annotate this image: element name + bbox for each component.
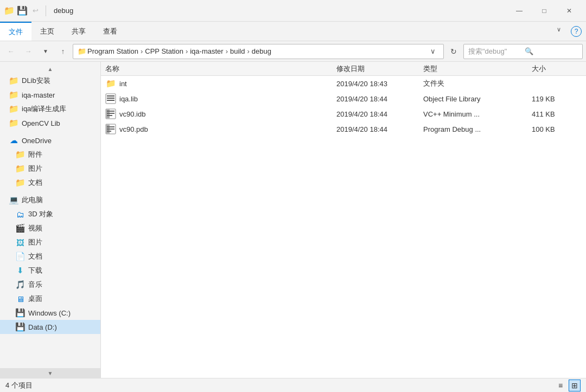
file-name-cell: 📁 int <box>103 78 334 89</box>
refresh-button[interactable]: ↻ <box>446 44 461 59</box>
svg-rect-2 <box>107 98 114 99</box>
address-dropdown-button[interactable]: ∨ <box>427 47 439 55</box>
search-bar[interactable]: 搜索"debug" 🔍 <box>463 44 583 59</box>
download-icon: ⬇ <box>15 266 25 275</box>
sidebar-item-attachments[interactable]: 📁 附件 <box>0 147 100 162</box>
sidebar-scroll-up[interactable]: ▲ <box>0 64 100 74</box>
folder-icon: 📁 <box>105 78 116 89</box>
svg-rect-8 <box>107 115 112 116</box>
sidebar-item-pictures2[interactable]: 🖼 图片 <box>0 235 100 249</box>
sidebar-item-desktop[interactable]: 🖥 桌面 <box>0 292 100 306</box>
breadcrumb-cpp-station[interactable]: CPP Station <box>145 47 183 55</box>
folder-icon: 📁 <box>9 76 18 86</box>
file-type-cell: Program Debug ... <box>421 125 530 133</box>
tab-view[interactable]: 查看 <box>94 22 126 41</box>
quick-access-icon: 📁 <box>4 6 14 16</box>
col-size[interactable]: 大小 <box>530 62 584 75</box>
sidebar-item-3dobjects[interactable]: 🗂 3D 对象 <box>0 207 100 221</box>
status-bar: 4 个项目 ≡ ⊞ <box>0 378 586 392</box>
sidebar-item-iqa-compiler[interactable]: 📁 iqa编译生成库 <box>0 102 100 116</box>
pdb-icon <box>105 124 116 134</box>
sidebar: ▲ 📁 DLib安装 📁 iqa-master 📁 iqa编译生成库 📁 Ope… <box>0 62 101 378</box>
sidebar-item-opencv[interactable]: 📁 OpenCV Lib <box>0 116 100 130</box>
ribbon-expand-button[interactable]: ∨ <box>551 22 566 37</box>
breadcrumb-build[interactable]: build <box>230 47 245 55</box>
folder-icon: 📁 <box>9 90 18 100</box>
onedrive-icon: ☁ <box>9 136 18 145</box>
svg-rect-13 <box>107 131 111 132</box>
address-bar[interactable]: 📁 Program Station › CPP Station › iqa-ma… <box>73 44 444 59</box>
sidebar-item-dlib[interactable]: 📁 DLib安装 <box>0 74 100 88</box>
file-modified-cell: 2019/4/20 18:44 <box>334 125 421 133</box>
sidebar-group-onedrive[interactable]: ☁ OneDrive <box>0 133 100 147</box>
folder-icon: 📁 <box>9 118 18 128</box>
table-row[interactable]: iqa.lib 2019/4/20 18:44 Object File Libr… <box>101 91 586 106</box>
tab-share[interactable]: 共享 <box>63 22 94 41</box>
lib-icon <box>105 93 116 104</box>
tab-file[interactable]: 文件 <box>0 22 31 41</box>
sidebar-group-thispc[interactable]: 💻 此电脑 <box>0 193 100 207</box>
folder-icon: 📁 <box>15 164 25 173</box>
sidebar-item-windows-c[interactable]: 💾 Windows (C:) <box>0 306 100 320</box>
separator <box>46 5 46 16</box>
file-size-cell: 100 KB <box>530 125 584 133</box>
file-size-cell: 119 KB <box>530 95 584 103</box>
svg-rect-11 <box>107 126 114 127</box>
file-name-cell: vc90.idb <box>103 108 334 119</box>
grid-view-button[interactable]: ⊞ <box>569 380 581 391</box>
minimize-button[interactable]: — <box>507 0 532 22</box>
tab-home[interactable]: 主页 <box>31 22 63 41</box>
sidebar-item-downloads[interactable]: ⬇ 下载 <box>0 264 100 278</box>
breadcrumb-iqa-master[interactable]: iqa-master <box>190 47 223 55</box>
col-modified[interactable]: 修改日期 <box>334 62 421 75</box>
back-button[interactable]: ← <box>3 44 18 59</box>
svg-rect-6 <box>107 111 114 112</box>
file-list: 📁 int 2019/4/20 18:43 文件夹 <box>101 76 586 378</box>
breadcrumb-program-station[interactable]: Program Station <box>87 47 138 55</box>
folder-icon: 📁 <box>9 104 18 114</box>
thispc-icon: 💻 <box>9 195 18 205</box>
ribbon: 文件 主页 共享 查看 ∨ ? <box>0 22 586 41</box>
file-name-cell: iqa.lib <box>103 93 334 104</box>
item-count: 4 个项目 <box>5 381 33 390</box>
desktop-icon: 🖥 <box>15 294 25 304</box>
pictures-icon: 🖼 <box>15 237 25 247</box>
details-view-button[interactable]: ≡ <box>555 380 566 391</box>
file-modified-cell: 2019/4/20 18:44 <box>334 110 421 118</box>
file-size-cell: 411 KB <box>530 110 584 118</box>
folder-icon: 📁 <box>78 47 86 55</box>
file-list-header: 名称 修改日期 类型 大小 <box>101 62 586 76</box>
undo-icon[interactable]: ↩ <box>30 6 40 16</box>
sidebar-item-docs2[interactable]: 📄 文档 <box>0 249 100 264</box>
sidebar-item-iqa-master[interactable]: 📁 iqa-master <box>0 88 100 102</box>
maximize-button[interactable]: □ <box>532 0 557 22</box>
file-type-cell: Object File Library <box>421 95 530 103</box>
help-button[interactable]: ? <box>571 26 582 37</box>
table-row[interactable]: 📁 int 2019/4/20 18:43 文件夹 <box>101 76 586 91</box>
file-modified-cell: 2019/4/20 18:43 <box>334 80 421 88</box>
sidebar-item-pictures[interactable]: 📁 图片 <box>0 162 100 176</box>
save-icon[interactable]: 💾 <box>17 6 27 16</box>
file-type-cell: VC++ Minimum ... <box>421 110 530 118</box>
sidebar-scroll-down[interactable]: ▼ <box>0 368 100 378</box>
col-type[interactable]: 类型 <box>421 62 530 75</box>
col-name[interactable]: 名称 <box>103 62 334 75</box>
breadcrumb-debug[interactable]: debug <box>252 47 271 55</box>
file-type-cell: 文件夹 <box>421 79 530 88</box>
folder-icon: 📁 <box>15 150 25 159</box>
svg-rect-1 <box>107 95 114 97</box>
file-area: 名称 修改日期 类型 大小 📁 int 2019/4/20 18:43 文件夹 <box>101 62 586 378</box>
sidebar-item-music[interactable]: 🎵 音乐 <box>0 278 100 292</box>
sidebar-item-video[interactable]: 🎬 视频 <box>0 221 100 235</box>
up-button[interactable]: ↑ <box>55 44 71 59</box>
recent-locations-button[interactable]: ▼ <box>38 44 53 59</box>
forward-button[interactable]: → <box>21 44 36 59</box>
3d-icon: 🗂 <box>15 209 25 219</box>
close-button[interactable]: ✕ <box>557 0 582 22</box>
table-row[interactable]: vc90.pdb 2019/4/20 18:44 Program Debug .… <box>101 121 586 137</box>
sidebar-item-data-d[interactable]: 💾 Data (D:) <box>0 320 100 334</box>
window-title: debug <box>54 7 507 15</box>
file-modified-cell: 2019/4/20 18:44 <box>334 95 421 103</box>
table-row[interactable]: vc90.idb 2019/4/20 18:44 VC++ Minimum ..… <box>101 106 586 121</box>
sidebar-item-documents[interactable]: 📁 文档 <box>0 176 100 190</box>
